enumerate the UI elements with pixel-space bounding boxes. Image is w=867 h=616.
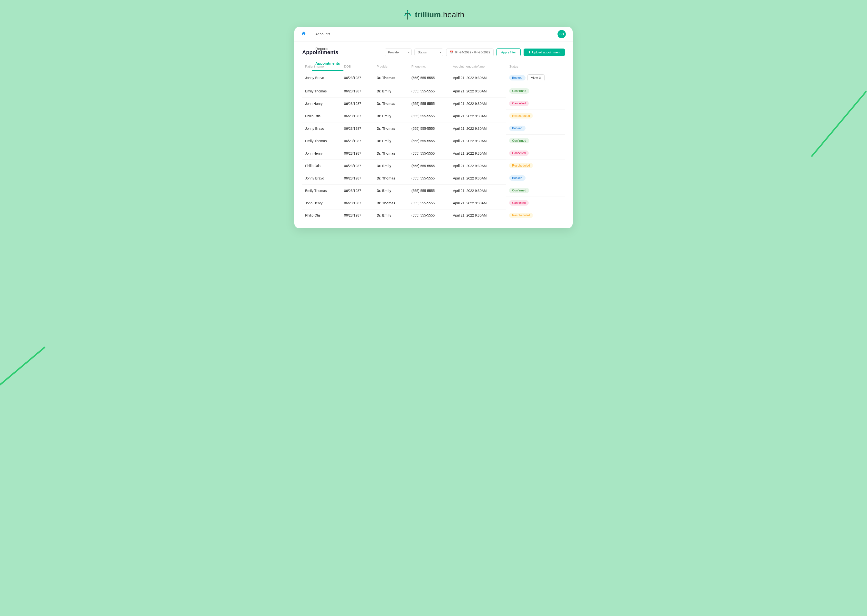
navigation: Chat3ReviewsAccountsReportsAppointments … [294, 27, 573, 41]
appointment-datetime: April 21, 2022 9:30AM [450, 159, 506, 172]
status-cell: Confirmed [506, 184, 565, 197]
status-cell: Rescheduled [506, 159, 565, 172]
table-row: John Henry06/23/1987Dr. Thomas(555) 555-… [302, 197, 565, 209]
table-row: John Henry06/23/1987Dr. Thomas(555) 555-… [302, 147, 565, 159]
upload-appointment-button[interactable]: ⬆ Upload appointment [523, 49, 565, 56]
view-button[interactable]: View ⧉ [528, 74, 545, 81]
status-badge: Confirmed [509, 138, 529, 143]
provider-select[interactable]: Provider Dr. Thomas Dr. Emily [385, 49, 411, 56]
status-cell: Cancelled [506, 197, 565, 209]
phone: (555) 555-5555 [408, 97, 450, 110]
decorative-line-1 [0, 346, 46, 394]
nav-items: Chat3ReviewsAccountsReportsAppointments [312, 27, 344, 71]
phone: (555) 555-5555 [408, 147, 450, 159]
dob: 06/23/1987 [341, 172, 374, 184]
phone: (555) 555-5555 [408, 184, 450, 197]
status-cell: Booked [506, 122, 565, 135]
dob: 06/23/1987 [341, 110, 374, 122]
table-row: Johny Bravo06/23/1987Dr. Thomas(555) 555… [302, 122, 565, 135]
table-row: Johny Bravo06/23/1987Dr. Thomas(555) 555… [302, 71, 565, 85]
col-header-dob: DOB [341, 62, 374, 71]
provider: Dr. Thomas [374, 97, 408, 110]
provider: Dr. Thomas [374, 197, 408, 209]
nav-item-appointments[interactable]: Appointments [312, 56, 344, 71]
appointment-datetime: April 21, 2022 9:30AM [450, 197, 506, 209]
main-card: Chat3ReviewsAccountsReportsAppointments … [294, 27, 573, 228]
provider: Dr. Emily [374, 209, 408, 222]
status-cell: BookedView ⧉ [506, 71, 565, 85]
status-cell: Cancelled [506, 97, 565, 110]
provider: Dr. Thomas [374, 147, 408, 159]
table-body: Johny Bravo06/23/1987Dr. Thomas(555) 555… [302, 71, 565, 222]
dob: 06/23/1987 [341, 97, 374, 110]
provider: Dr. Emily [374, 135, 408, 147]
patient-name: Johny Bravo [302, 172, 341, 184]
decorative-line-2 [811, 91, 867, 157]
logo: trillium.health [403, 10, 465, 19]
provider: Dr. Emily [374, 110, 408, 122]
dob: 06/23/1987 [341, 147, 374, 159]
appointment-datetime: April 21, 2022 9:30AM [450, 85, 506, 97]
col-header-appointment-date/time: Appointment date/time [450, 62, 506, 71]
home-nav-button[interactable] [301, 31, 306, 37]
provider: Dr. Emily [374, 85, 408, 97]
phone: (555) 555-5555 [408, 172, 450, 184]
patient-name: John Henry [302, 97, 341, 110]
provider: Dr. Thomas [374, 71, 408, 85]
appointment-datetime: April 21, 2022 9:30AM [450, 110, 506, 122]
phone: (555) 555-5555 [408, 135, 450, 147]
status-badge: Cancelled [509, 151, 529, 156]
status-badge: Rescheduled [509, 213, 533, 218]
status-select[interactable]: Status Booked Confirmed Cancelled Resche… [415, 49, 443, 56]
phone: (555) 555-5555 [408, 71, 450, 85]
logo-icon [403, 10, 413, 19]
provider-select-wrapper: Provider Dr. Thomas Dr. Emily [385, 49, 411, 56]
table-row: Emily Thomas06/23/1987Dr. Emily(555) 555… [302, 135, 565, 147]
status-badge: Cancelled [509, 101, 529, 106]
appointment-datetime: April 21, 2022 9:30AM [450, 147, 506, 159]
col-header-phone-no.: Phone no. [408, 62, 450, 71]
status-cell: Rescheduled [506, 110, 565, 122]
patient-name: Emily Thomas [302, 85, 341, 97]
appointment-datetime: April 21, 2022 9:30AM [450, 135, 506, 147]
status-badge: Cancelled [509, 200, 529, 206]
status-cell: Rescheduled [506, 209, 565, 222]
patient-name: John Henry [302, 197, 341, 209]
status-cell: Confirmed [506, 135, 565, 147]
table-row: Emily Thomas06/23/1987Dr. Emily(555) 555… [302, 184, 565, 197]
nav-item-accounts[interactable]: Accounts [312, 27, 344, 41]
patient-name: Philip Otis [302, 159, 341, 172]
calendar-icon: 📅 [449, 50, 454, 54]
apply-filter-button[interactable]: Apply filter [497, 48, 521, 57]
dob: 06/23/1987 [341, 85, 374, 97]
patient-name: Philip Otis [302, 110, 341, 122]
table-row: Philip Otis06/23/1987Dr. Emily(555) 555-… [302, 159, 565, 172]
dob: 06/23/1987 [341, 197, 374, 209]
nav-item-reports[interactable]: Reports [312, 41, 344, 56]
col-header-provider: Provider [374, 62, 408, 71]
upload-label: Upload appointment [532, 50, 560, 54]
table-row: Philip Otis06/23/1987Dr. Emily(555) 555-… [302, 110, 565, 122]
logo-text: trillium.health [415, 10, 465, 19]
appointments-table: Patient nameDOBProviderPhone no.Appointm… [302, 62, 565, 222]
appointment-datetime: April 21, 2022 9:30AM [450, 122, 506, 135]
user-avatar[interactable]: SC [558, 30, 566, 38]
patient-name: Johny Bravo [302, 71, 341, 85]
provider: Dr. Emily [374, 159, 408, 172]
table-row: John Henry06/23/1987Dr. Thomas(555) 555-… [302, 97, 565, 110]
status-badge: Rescheduled [509, 163, 533, 168]
patient-name: Emily Thomas [302, 135, 341, 147]
phone: (555) 555-5555 [408, 197, 450, 209]
appointment-datetime: April 21, 2022 9:30AM [450, 209, 506, 222]
status-cell: Cancelled [506, 147, 565, 159]
provider: Dr. Emily [374, 184, 408, 197]
status-badge: Rescheduled [509, 113, 533, 118]
appointment-datetime: April 21, 2022 9:30AM [450, 97, 506, 110]
status-badge: Booked [509, 175, 525, 181]
date-range-picker[interactable]: 📅 04-24-2022 - 04-26-2022 [446, 49, 493, 57]
phone: (555) 555-5555 [408, 209, 450, 222]
table-row: Johny Bravo06/23/1987Dr. Thomas(555) 555… [302, 172, 565, 184]
table-row: Emily Thomas06/23/1987Dr. Emily(555) 555… [302, 85, 565, 97]
dob: 06/23/1987 [341, 71, 374, 85]
patient-name: Johny Bravo [302, 122, 341, 135]
